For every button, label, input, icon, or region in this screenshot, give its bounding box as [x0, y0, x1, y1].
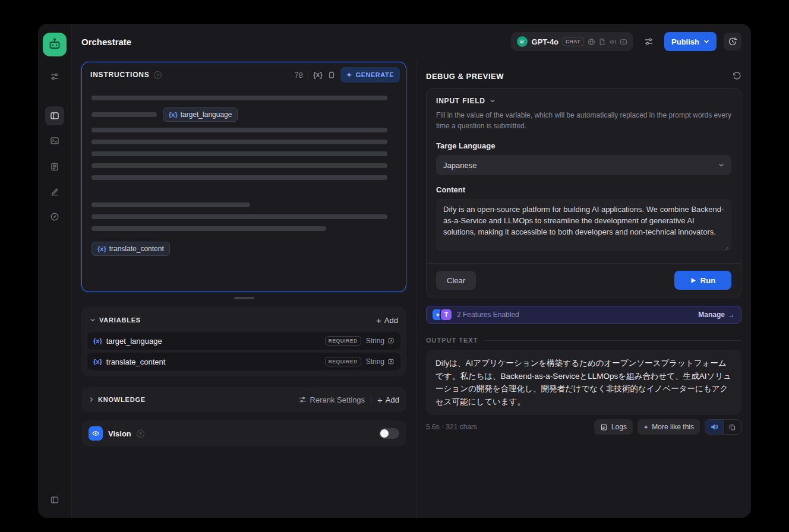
open-type-icon	[387, 358, 394, 365]
more-like-this-button[interactable]: ✦ More like this	[637, 419, 700, 435]
copy-prompt-icon[interactable]	[327, 71, 336, 79]
required-badge: REQUIRED	[325, 336, 361, 346]
chevron-down-icon[interactable]	[90, 317, 96, 323]
prompt-line	[91, 112, 157, 117]
sparkle-icon: ✦	[346, 71, 352, 79]
variable-row-target-language[interactable]: {x} target_language REQUIRED String	[87, 332, 400, 350]
prompt-line	[91, 214, 387, 219]
model-params-icon[interactable]	[640, 33, 657, 50]
prompt-line	[91, 128, 387, 132]
generate-label: GENERATE	[356, 71, 394, 78]
nav-orchestrate-icon[interactable]	[45, 106, 64, 125]
prompt-content[interactable]: {x} target_language {x}	[82, 87, 406, 292]
variable-type-control[interactable]: String	[366, 337, 394, 345]
input-field-title: INPUT FIELD	[436, 97, 485, 105]
page-title: Orchestrate	[81, 37, 131, 47]
app-settings-icon[interactable]	[45, 67, 64, 86]
nav-logs-icon[interactable]	[45, 157, 64, 176]
divider	[371, 395, 371, 404]
app-window: Orchestrate GPT-4o CHAT	[38, 24, 751, 518]
instructions-title: INSTRUCTIONS	[90, 71, 150, 79]
chevron-right-icon[interactable]	[89, 397, 94, 403]
required-badge: REQUIRED	[325, 357, 361, 366]
publish-label: Publish	[671, 37, 699, 46]
more-like-this-label: More like this	[652, 423, 694, 431]
speaker-icon	[710, 423, 718, 431]
model-name: GPT-4o	[532, 37, 559, 46]
variable-chip-target-language[interactable]: {x} target_language	[163, 107, 238, 122]
globe-icon	[588, 38, 595, 46]
variable-prefix: {x}	[93, 337, 102, 344]
variable-row-translate-content[interactable]: {x} translate_content REQUIRED String	[87, 353, 400, 370]
prompt-line	[91, 151, 387, 156]
history-button[interactable]	[724, 33, 741, 50]
features-bar: ✦ T 2 Features Enabled Manage →	[426, 306, 741, 324]
debug-title: DEBUG & PREVIEW	[426, 72, 504, 81]
instructions-help-icon[interactable]: ?	[154, 71, 162, 79]
header: Orchestrate GPT-4o CHAT	[72, 24, 751, 59]
plus-icon: +	[376, 316, 381, 325]
rerank-settings-button[interactable]: Rerank Settings	[298, 395, 365, 404]
variable-prefix: {x}	[169, 111, 178, 118]
vision-label: Vision	[108, 429, 131, 438]
output-text-title: OUTPUT TEXT	[426, 337, 478, 344]
generate-button[interactable]: ✦ GENERATE	[340, 67, 400, 83]
open-type-icon	[387, 337, 394, 344]
vision-help-icon[interactable]: ?	[137, 430, 144, 438]
resize-handle[interactable]	[234, 297, 254, 299]
manage-label: Manage	[698, 311, 725, 319]
chevron-down-icon	[718, 162, 724, 168]
add-knowledge-button[interactable]: + Add	[377, 395, 399, 404]
prompt-line	[91, 163, 387, 168]
copy-output-button[interactable]	[723, 420, 741, 434]
add-label: Add	[384, 316, 398, 325]
insert-variable-icon[interactable]: {x}	[313, 71, 323, 79]
publish-button[interactable]: Publish	[664, 32, 717, 51]
prompt-line	[91, 96, 387, 100]
feature-tts-icon: T	[441, 309, 452, 320]
file-icon	[598, 38, 606, 46]
chevron-down-icon	[703, 39, 709, 45]
app-rail	[38, 24, 72, 518]
variable-label: target_language	[181, 110, 232, 119]
resize-corner-icon[interactable]	[724, 246, 729, 251]
speaker-button[interactable]	[705, 420, 723, 434]
prompt-line	[91, 140, 387, 144]
output-text: Difyは、AIアプリケーションを構築するためのオープンソースプラットフォームで…	[435, 357, 732, 408]
logs-button[interactable]: Logs	[594, 419, 633, 435]
manage-features-button[interactable]: Manage →	[698, 311, 735, 319]
run-label: Run	[700, 276, 715, 285]
variable-chip-translate-content[interactable]: {x} translate_content	[91, 242, 170, 256]
chevron-down-icon	[490, 98, 496, 104]
run-button[interactable]: Run	[674, 271, 731, 290]
prompt-line	[91, 175, 387, 180]
debug-panel: DEBUG & PREVIEW INPUT FIELD Fil	[416, 59, 751, 518]
restart-debug-icon[interactable]	[732, 71, 741, 81]
collapse-sidebar-icon[interactable]	[45, 490, 64, 509]
add-variable-button[interactable]: + Add	[376, 316, 398, 325]
clear-button[interactable]: Clear	[436, 271, 476, 290]
content-textarea[interactable]	[436, 199, 731, 251]
input-field-header[interactable]: INPUT FIELD	[436, 97, 731, 105]
logs-icon	[600, 423, 608, 431]
orchestrate-panel: INSTRUCTIONS ? 78 {x} ✦ GENE	[72, 59, 416, 518]
nav-annotation-icon[interactable]	[45, 182, 64, 201]
logs-label: Logs	[611, 423, 627, 431]
variable-name: target_language	[106, 337, 162, 346]
vision-toggle[interactable]	[379, 428, 399, 439]
model-selector[interactable]: GPT-4o CHAT	[511, 32, 634, 51]
audio-actions	[705, 419, 741, 435]
plus-icon: +	[377, 395, 383, 404]
sparkle-icon: ✦	[643, 424, 648, 430]
divider	[308, 71, 308, 79]
variables-title: VARIABLES	[99, 316, 141, 324]
language-select[interactable]: Japanese	[436, 155, 731, 175]
nav-prompt-terminal-icon[interactable]	[45, 131, 64, 150]
app-avatar-robot[interactable]	[43, 33, 67, 56]
nav-explore-icon[interactable]	[45, 207, 64, 226]
add-label: Add	[386, 395, 399, 404]
variable-type-control[interactable]: String	[366, 357, 394, 366]
knowledge-section: KNOWLEDGE Rerank Settings + Add	[81, 387, 406, 412]
instructions-editor[interactable]: INSTRUCTIONS ? 78 {x} ✦ GENE	[81, 62, 406, 292]
features-enabled-text: 2 Features Enabled	[457, 311, 519, 319]
